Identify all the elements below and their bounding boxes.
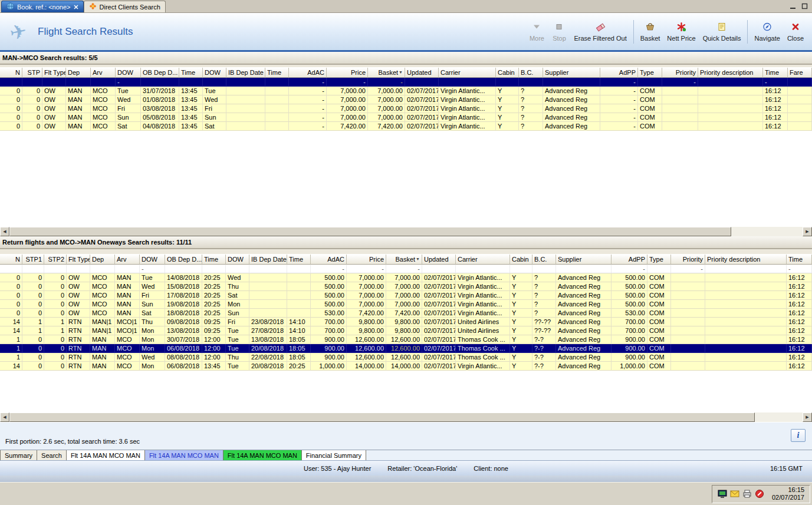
table-row[interactable]: 1411RTNMAN|1MCO|1Mon13/08/201809:25Tue27…	[0, 326, 812, 335]
col-header-time3[interactable]: Time	[787, 255, 812, 265]
col-header-type[interactable]: Type	[638, 68, 662, 78]
col-header-bc[interactable]: B.C.	[519, 68, 543, 78]
filter-row[interactable]: -------	[0, 78, 812, 87]
col-header-supplier[interactable]: Supplier	[556, 255, 612, 265]
outbound-hscrollbar[interactable]: ◀ ▶	[0, 227, 812, 236]
col-header-arv[interactable]: Arv	[91, 68, 116, 78]
table-row[interactable]: 000OWMCOMANFri17/08/201820:25Sat500.007,…	[0, 291, 812, 300]
col-header-priodesc[interactable]: Priority description	[705, 255, 787, 265]
stop-button[interactable]: Stop	[548, 20, 570, 44]
col-header-stp[interactable]: STP	[22, 68, 42, 78]
erase-filtered-out-button[interactable]: Erase Filtered Out	[570, 20, 630, 44]
printer-tray-icon[interactable]	[742, 489, 752, 499]
table-row[interactable]: 100RTNMANMCOMon06/08/201812:00Tue20/08/2…	[0, 344, 812, 353]
col-header-carrier[interactable]: Carrier	[439, 68, 496, 78]
returns-hscrollbar[interactable]: ◀ ▶	[0, 412, 812, 422]
col-header-time3[interactable]: Time	[763, 68, 788, 78]
col-header-ibdep[interactable]: IB Dep Date	[249, 255, 287, 265]
col-header-cabin[interactable]: Cabin	[496, 68, 519, 78]
col-header-dep[interactable]: Dep	[90, 255, 115, 265]
col-header-arv[interactable]: Arv	[115, 255, 140, 265]
table-row[interactable]: 000OWMCOMANTue14/08/201820:25Wed500.007,…	[0, 273, 812, 282]
col-header-carrier[interactable]: Carrier	[456, 255, 510, 265]
display-tray-icon[interactable]	[718, 489, 727, 499]
table-row[interactable]: 00OWMANMCOFri03/08/201813:45Fri-7,000.00…	[0, 104, 812, 113]
scroll-left-arrow[interactable]: ◀	[0, 412, 9, 422]
col-header-cabin[interactable]: Cabin	[510, 255, 532, 265]
col-header-type[interactable]: Type	[647, 255, 671, 265]
col-header-adac[interactable]: AdAC	[311, 255, 347, 265]
window-tab-direct-clients[interactable]: Direct Clients Search	[84, 1, 166, 12]
quick-details-button[interactable]: Quick Details	[699, 20, 745, 44]
col-header-flt[interactable]: Flt Type	[42, 68, 66, 78]
maximize-button[interactable]	[800, 2, 809, 11]
table-row[interactable]: 100RTNMANMCOWed08/08/201812:00Thu22/08/2…	[0, 353, 812, 362]
col-header-obdep[interactable]: OB Dep D...	[141, 68, 179, 78]
col-header-dow1[interactable]: DOW	[140, 255, 165, 265]
col-header-time2[interactable]: Time	[287, 255, 311, 265]
col-header-price[interactable]: Price	[327, 68, 368, 78]
table-row[interactable]: 000OWMCOMANWed15/08/201820:25Thu500.007,…	[0, 282, 812, 291]
col-header-dep[interactable]: Dep	[66, 68, 91, 78]
scroll-thumb[interactable]	[9, 412, 755, 422]
table-row[interactable]: 1400RTNMANMCOMon06/08/201813:45Tue20/08/…	[0, 362, 812, 371]
col-header-time1[interactable]: Time	[179, 68, 203, 78]
more-button[interactable]: More	[525, 20, 548, 44]
tab-close-icon[interactable]	[74, 4, 78, 11]
taskbar[interactable]: 16:15 02/07/2017	[0, 482, 812, 505]
minimize-button[interactable]	[788, 2, 797, 11]
col-header-adpp[interactable]: AdPP	[600, 68, 638, 78]
table-row[interactable]: 00OWMANMCOSat04/08/201813:45Sat-7,420.00…	[0, 122, 812, 131]
col-header-priority[interactable]: Priority	[671, 255, 705, 265]
col-header-dow2[interactable]: DOW	[226, 255, 249, 265]
col-header-fare[interactable]: Fare	[788, 68, 812, 78]
tab-search[interactable]: Search	[37, 450, 67, 461]
table-row[interactable]: 1411RTNMAN|1MCO|1Thu09/08/201809:25Fri23…	[0, 318, 812, 326]
col-header-basket[interactable]: Basket▼	[386, 255, 422, 265]
close-button[interactable]: Close	[784, 20, 807, 44]
col-header-bc[interactable]: B.C.	[532, 255, 556, 265]
table-row[interactable]: 100RTNMANMCOMon30/07/201812:00Tue13/08/2…	[0, 335, 812, 344]
col-header-time2[interactable]: Time	[265, 68, 289, 78]
col-header-dow2[interactable]: DOW	[203, 68, 226, 78]
table-row[interactable]: 00OWMANMCOWed01/08/201813:45Wed-7,000.00…	[0, 95, 812, 104]
scroll-right-arrow[interactable]: ▶	[803, 227, 812, 236]
filter-row[interactable]: -------	[0, 265, 812, 273]
col-header-supplier[interactable]: Supplier	[543, 68, 600, 78]
table-row[interactable]: 00OWMANMCOTue31/07/201813:45Tue-7,000.00…	[0, 87, 812, 95]
tab-summary[interactable]: Summary	[0, 450, 37, 461]
window-tab-booking[interactable]: Book. ref.: <none>	[1, 1, 84, 12]
scroll-track[interactable]	[9, 227, 803, 236]
navigate-button[interactable]: Navigate	[751, 20, 783, 44]
col-header-priodesc[interactable]: Priority description	[698, 68, 763, 78]
col-header-time1[interactable]: Time	[202, 255, 226, 265]
table-row[interactable]: 000OWMCOMANSun19/08/201820:25Mon500.007,…	[0, 300, 812, 309]
col-header-stp2[interactable]: STP2	[44, 255, 67, 265]
scroll-track[interactable]	[9, 412, 803, 422]
col-header-updated[interactable]: Updated	[422, 255, 456, 265]
tab-flight-14a-3-active[interactable]: Flt 14A MAN MCO MAN	[223, 450, 302, 461]
col-header-ibdep[interactable]: IB Dep Date	[226, 68, 265, 78]
col-header-basket[interactable]: Basket▼	[368, 68, 405, 78]
col-header-stp1[interactable]: STP1	[22, 255, 44, 265]
info-button[interactable]: i	[791, 429, 806, 442]
table-row[interactable]: 000OWMCOMANSat18/08/201820:25Sun530.007,…	[0, 309, 812, 318]
tab-flight-14a-2[interactable]: Flt 14A MAN MCO MAN	[145, 450, 223, 461]
table-row[interactable]: 00OWMANMCOSun05/08/201813:45Sun-7,000.00…	[0, 113, 812, 122]
scroll-left-arrow[interactable]: ◀	[0, 227, 9, 236]
nett-price-button[interactable]: Nett Price	[663, 20, 699, 44]
col-header-adac[interactable]: AdAC	[289, 68, 327, 78]
scroll-right-arrow[interactable]: ▶	[803, 412, 812, 422]
col-header-updated[interactable]: Updated	[405, 68, 439, 78]
mail-tray-icon[interactable]	[730, 489, 739, 499]
col-header-flt[interactable]: Flt Type	[67, 255, 90, 265]
col-header-adpp[interactable]: AdPP	[612, 255, 647, 265]
scroll-thumb[interactable]	[9, 227, 731, 236]
col-header-priority[interactable]: Priority	[662, 68, 698, 78]
error-status-tray-icon[interactable]	[755, 489, 764, 499]
tab-financial-summary[interactable]: Financial Summary	[302, 450, 366, 461]
col-header-obdep[interactable]: OB Dep D...	[165, 255, 202, 265]
col-header-dow1[interactable]: DOW	[116, 68, 141, 78]
col-header-n[interactable]: N	[0, 68, 22, 78]
col-header-n[interactable]: N	[0, 255, 22, 265]
